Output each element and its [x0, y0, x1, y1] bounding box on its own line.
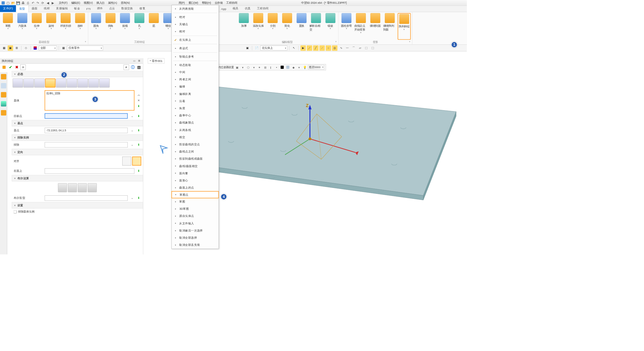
tb-circ1-icon[interactable]: ○ — [326, 45, 331, 50]
open-icon[interactable]: 📂 — [11, 1, 16, 5]
input-onface[interactable] — [45, 168, 135, 174]
section-settings[interactable]: 设置 — [12, 202, 143, 208]
tool-draft[interactable]: 拔模▾ — [119, 13, 132, 40]
tab-exchange[interactable]: 数据交换 — [118, 5, 136, 12]
vt-layer-combo[interactable]: 图层0000 — [308, 65, 324, 70]
tool-wrapface[interactable]: 缠绕到面 — [369, 13, 382, 40]
panel-close-icon[interactable]: ⊠ — [137, 59, 141, 63]
new-icon[interactable]: ▢ — [6, 1, 11, 5]
tool-selfint[interactable]: 解析自相交 — [310, 13, 323, 40]
menu-collab[interactable]: 工程协同 — [225, 1, 239, 5]
tool-pointdeform[interactable]: 由指定点开始变形▾ — [354, 13, 367, 40]
vt-cube-icon[interactable]: ▣ — [235, 65, 240, 70]
tb-ext1-icon[interactable]: ⬚ — [364, 45, 369, 50]
align-opt1[interactable] — [122, 157, 131, 166]
tool-sweep[interactable]: 杆状扫掠▾ — [59, 13, 72, 40]
menu-item[interactable]: •曲线点之间 — [172, 148, 219, 155]
tool-revolve[interactable]: 旋转▾ — [45, 13, 58, 40]
pattern-point[interactable] — [45, 78, 55, 87]
vt-face-icon[interactable] — [285, 65, 290, 70]
of-pick-icon[interactable]: ⬇ — [136, 169, 141, 174]
tb-filter2-icon[interactable]: ▦ — [61, 45, 66, 50]
menu-item[interactable]: •相对 — [172, 28, 219, 35]
bool-sub[interactable] — [78, 183, 87, 192]
tb-circ2-icon[interactable]: ◎ — [332, 45, 337, 50]
bp-pick-icon[interactable]: ⬇ — [136, 128, 141, 133]
lefticon-2[interactable] — [1, 83, 6, 88]
info-icon[interactable]: ⓘ — [130, 64, 135, 70]
batch-icon[interactable]: ⎙ — [26, 1, 30, 5]
tab-wireframe[interactable]: 线框 — [41, 5, 53, 12]
tab-weld[interactable]: 焊件 — [94, 5, 106, 12]
vt-black-icon[interactable] — [280, 65, 285, 70]
menu-window[interactable]: 窗口(W) — [187, 1, 200, 5]
menu-item[interactable]: •偏移距离 — [172, 90, 219, 97]
pattern-circular[interactable] — [23, 78, 34, 87]
tool-fillet[interactable]: 圆角▾ — [90, 13, 103, 40]
menu-attr[interactable]: 属性(A) — [106, 1, 119, 5]
tab-sheetmetal[interactable]: 钣金 — [71, 5, 83, 12]
tool-replace[interactable]: 置换 — [295, 13, 308, 40]
menu-item[interactable]: •取消最后一次选择 — [172, 227, 219, 234]
tb-wave2-icon[interactable]: 〰 — [345, 45, 350, 50]
menu-item[interactable]: •曲线象限点 — [172, 119, 219, 126]
tb-cube1-icon[interactable]: ▣ — [245, 45, 250, 50]
menu-item[interactable]: •草图点 — [171, 191, 219, 198]
menu-item[interactable]: •从两条线 — [172, 126, 219, 133]
nav-right-icon[interactable]: ▶ — [50, 1, 55, 5]
vt-grid-icon[interactable]: ⊞ — [263, 65, 268, 70]
tb-filter1-icon[interactable]: ⊞ — [14, 45, 19, 50]
tab-repair[interactable]: 修复 — [136, 5, 148, 12]
pattern-mesh[interactable] — [67, 78, 77, 87]
section-exclude[interactable]: 排除实例 — [12, 134, 143, 141]
reset-icon[interactable] — [1, 64, 7, 70]
bt-drop-icon[interactable]: ⌄ — [129, 196, 134, 201]
expand-icon[interactable]: ︽ — [136, 92, 141, 97]
menu-item[interactable]: •从文件输入 — [172, 220, 219, 227]
lefticon-5[interactable] — [1, 110, 6, 115]
pattern-poly[interactable] — [34, 78, 44, 87]
cancel-button[interactable]: ✖ — [14, 64, 19, 70]
menu-item[interactable]: •从列表拾取 — [172, 5, 219, 12]
menu-item[interactable]: •源自实体点 — [172, 213, 219, 220]
tab-sim[interactable]: 仿真 — [242, 5, 254, 12]
menu-use[interactable]: 用(P) — [177, 1, 187, 5]
menu-item[interactable]: •表达式 — [172, 45, 219, 52]
target-drop-icon[interactable]: ⌄ — [129, 114, 134, 119]
ok-button[interactable]: ✔ — [8, 64, 13, 70]
menu-file[interactable]: 文件(F) — [57, 1, 69, 5]
vt-drop1-icon[interactable]: ▾ — [240, 65, 245, 70]
tool-chamfer[interactable]: 倒角▾ — [104, 13, 117, 40]
tb-point-icon[interactable]: ◇ — [23, 45, 29, 50]
input-exclude[interactable] — [45, 142, 128, 147]
menu-item[interactable]: •曲线/曲面相交 — [172, 162, 219, 170]
nav-left-icon[interactable]: ◀ — [45, 1, 50, 5]
tab-fti[interactable]: FTI — [83, 6, 94, 12]
menu-item[interactable]: •智能点参考 — [172, 53, 219, 60]
ex-drop-icon[interactable]: ⌄ — [129, 142, 134, 147]
menu-query[interactable]: 查询(N) — [119, 1, 132, 5]
bool-int[interactable] — [88, 183, 97, 192]
panel-min-icon[interactable]: ▭ — [132, 59, 136, 63]
tool-addbody[interactable]: 添加实体▾ — [252, 13, 265, 40]
menu-edit[interactable]: 编辑(E) — [69, 1, 82, 5]
app-icon[interactable] — [1, 1, 6, 5]
tb-page-icon[interactable]: 📄 — [254, 45, 259, 50]
vt-dot-icon[interactable]: • — [274, 65, 279, 70]
vt-drop2-icon[interactable]: ▾ — [251, 65, 256, 70]
menu-item[interactable]: •投影曲线的交点 — [172, 141, 219, 148]
tb-color-icon[interactable] — [32, 45, 38, 50]
tb-arc-icon[interactable]: ⌒ — [351, 45, 356, 50]
bt-pick-icon[interactable]: ⬇ — [136, 196, 141, 201]
tab-modeling[interactable]: 造型 — [16, 5, 29, 12]
section-boolean[interactable]: 布尔运算 — [12, 175, 143, 181]
down-icon[interactable]: ⬇ — [136, 104, 141, 109]
input-base[interactable]: 拉伸1_切除 — [45, 90, 135, 110]
menu-item[interactable]: •两者之间 — [172, 76, 219, 83]
tb-wave1-icon[interactable]: ∿ — [338, 45, 344, 50]
menu-help[interactable]: 帮助(H) — [200, 1, 213, 5]
bool-none[interactable] — [58, 183, 67, 192]
save-icon[interactable]: 💾 — [16, 1, 21, 5]
tab-surface[interactable]: 曲面 — [29, 5, 41, 12]
tb-line1-icon[interactable]: ／ — [307, 45, 312, 50]
